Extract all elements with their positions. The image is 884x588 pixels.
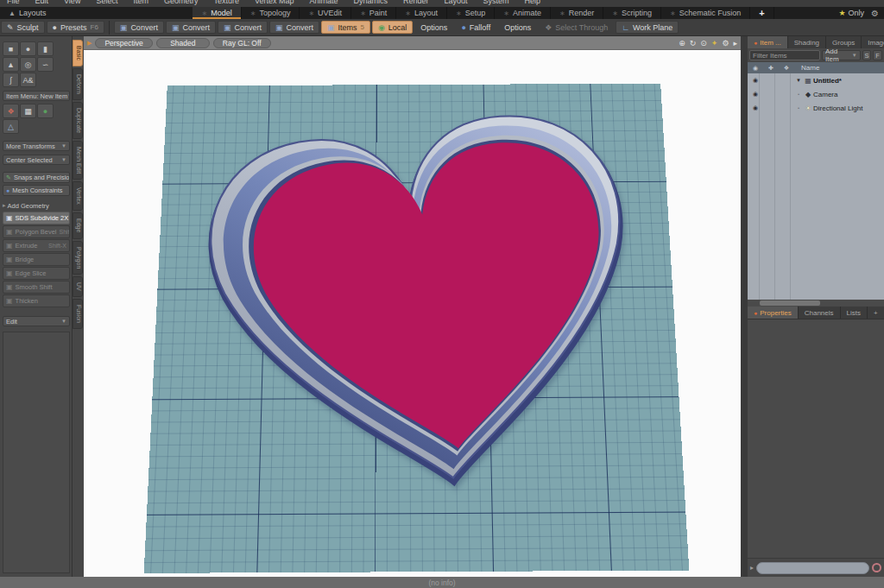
tool-polygon-bevel[interactable]: ▣Polygon BevelShift-B xyxy=(3,225,70,238)
menu-view[interactable]: View xyxy=(64,0,80,6)
add-geometry-header[interactable]: ▸ Add Geometry xyxy=(3,201,70,210)
capsule-tool-button[interactable]: ∽ xyxy=(37,57,54,72)
menu-animate[interactable]: Animate xyxy=(309,0,338,6)
menu-help[interactable]: Help xyxy=(525,0,541,6)
convert-button-1[interactable]: ▣ Convert xyxy=(114,21,164,34)
sphere-tool-button[interactable]: ● xyxy=(20,41,36,56)
pie-menu-button[interactable] xyxy=(872,563,881,572)
cone-tool-button[interactable]: ▲ xyxy=(3,57,19,72)
shaded-button[interactable]: Shaded xyxy=(156,38,210,48)
eye-icon[interactable]: ◉ xyxy=(748,77,763,84)
text-tool-button[interactable]: A& xyxy=(20,73,36,87)
center-selected-dropdown[interactable]: Center Selected ▼ xyxy=(3,155,70,165)
presets-button[interactable]: ● Presets F6 xyxy=(47,21,104,34)
search-mode-button[interactable]: S xyxy=(862,50,872,60)
wire-cone-tool-button[interactable]: △ xyxy=(3,119,19,134)
item-tree[interactable]: ◉▼▦Untitled*◉•◆Camera◉•☀Directional Ligh… xyxy=(748,73,884,300)
items-mode-button[interactable]: ▣ Items 5 xyxy=(321,21,370,34)
item-row-directional-light[interactable]: ◉•☀Directional Light xyxy=(748,101,884,115)
layout-tab-setup[interactable]: ∗Setup xyxy=(447,7,495,19)
tool-extrude[interactable]: ▣ExtrudeShift-X xyxy=(3,239,70,252)
edit-dropdown[interactable]: Edit ▼ xyxy=(3,316,70,326)
torus-tool-button[interactable]: ◎ xyxy=(20,57,36,72)
menu-edit[interactable]: Edit xyxy=(35,0,49,6)
category-tab-polygon[interactable]: Polygon xyxy=(73,241,83,275)
pin-column-icon[interactable]: ✚ xyxy=(763,65,779,72)
category-tab-fusion[interactable]: Fusion xyxy=(73,299,83,329)
heart-cookie-cutter-model[interactable] xyxy=(186,97,669,515)
local-button[interactable]: ◉ Local xyxy=(372,21,413,34)
layout-tab-layout[interactable]: ∗Layout xyxy=(396,7,447,19)
layout-tab-model[interactable]: ∗Model xyxy=(193,7,241,19)
tab-images[interactable]: Images xyxy=(862,36,884,48)
menu-system[interactable]: System xyxy=(483,0,509,6)
tool-edge-slice[interactable]: ▣Edge Slice xyxy=(3,267,70,280)
rotate-icon[interactable]: ↻ xyxy=(690,39,697,47)
layouts-button[interactable]: ▲ Layouts xyxy=(0,7,54,19)
item-menu-dropdown[interactable]: Item Menu: New Item ▼ xyxy=(3,91,70,101)
menu-dynamics[interactable]: Dynamics xyxy=(354,0,388,6)
item-list-scrollbar[interactable] xyxy=(748,300,884,307)
category-tab-deform[interactable]: Deform xyxy=(73,68,83,100)
tab--[interactable]: + xyxy=(868,307,884,319)
tool-smooth-shift[interactable]: ▣Smooth Shift xyxy=(3,281,70,294)
menu-item[interactable]: Item xyxy=(133,0,148,6)
tool-thicken[interactable]: ▣Thicken xyxy=(3,294,70,307)
mesh-constraints-button[interactable]: ● Mesh Constraints xyxy=(3,185,70,196)
item-row-camera[interactable]: ◉•◆Camera xyxy=(748,87,884,101)
gizmo-tool-button[interactable]: ❖ xyxy=(3,104,19,118)
tag-column-icon[interactable]: ❖ xyxy=(779,65,794,72)
work-plane-button[interactable]: ∟ Work Plane xyxy=(616,21,679,34)
key-icon[interactable]: ✦ xyxy=(711,39,718,47)
menu-geometry[interactable]: Geometry xyxy=(164,0,199,6)
expand-icon[interactable]: ▸ xyxy=(733,39,737,47)
curve-tool-button[interactable]: ʃ xyxy=(3,73,19,87)
scrollbar-thumb[interactable] xyxy=(760,300,820,306)
category-tab-basic[interactable]: Basic xyxy=(73,40,83,66)
category-tab-edge[interactable]: Edge xyxy=(73,212,83,238)
command-input[interactable] xyxy=(756,562,869,574)
tab-lists[interactable]: Lists xyxy=(841,307,868,319)
eye-icon[interactable]: ◉ xyxy=(748,91,763,98)
layout-tab-scripting[interactable]: ∗Scripting xyxy=(603,7,661,19)
name-column-header[interactable]: Name xyxy=(801,64,819,72)
layout-tab-uvedit[interactable]: ∗UVEdit xyxy=(300,7,351,19)
filter-mode-button[interactable]: F xyxy=(873,50,882,60)
convert-button-4[interactable]: ▣ Convert xyxy=(269,21,319,34)
menu-layout[interactable]: Layout xyxy=(445,0,468,6)
gear-icon[interactable]: ⚙ xyxy=(722,39,729,47)
layout-tab-paint[interactable]: ∗Paint xyxy=(351,7,396,19)
category-tab-uv[interactable]: UV xyxy=(73,276,83,297)
visibility-column-icon[interactable]: ◉ xyxy=(748,65,763,72)
viewport-canvas[interactable] xyxy=(84,50,741,577)
menu-texture[interactable]: Texture xyxy=(213,0,239,6)
ray-gl-button[interactable]: Ray GL: Off xyxy=(213,38,271,48)
layout-tab-animate[interactable]: ∗Animate xyxy=(495,7,551,19)
tab-channels[interactable]: Channels xyxy=(799,307,841,319)
snaps-precision-button[interactable]: ✎ Snaps and Precision xyxy=(3,172,70,183)
lattice-tool-button[interactable]: ▦ xyxy=(20,104,36,118)
menu-vertex-map[interactable]: Vertex Map xyxy=(255,0,294,6)
layout-tab-schematic-fusion[interactable]: ∗Schematic Fusion xyxy=(661,7,750,19)
perspective-button[interactable]: Perspective xyxy=(95,38,152,48)
category-tab-vertex[interactable]: Vertex xyxy=(73,181,83,211)
tool-bridge[interactable]: ▣Bridge xyxy=(3,253,70,266)
category-tab-mesh-edit[interactable]: Mesh Edit xyxy=(73,141,83,180)
eye-icon[interactable]: ◉ xyxy=(748,104,763,111)
filter-items-input[interactable] xyxy=(749,50,820,60)
panel-divider[interactable] xyxy=(741,36,748,577)
options-button-1[interactable]: Options xyxy=(414,21,453,34)
more-transforms-dropdown[interactable]: More Transforms ▼ xyxy=(3,141,70,151)
zoom-icon[interactable]: ⊙ xyxy=(700,39,707,47)
layout-tab-render[interactable]: ∗Render xyxy=(551,7,603,19)
tab-shading[interactable]: Shading xyxy=(788,36,826,48)
menu-file[interactable]: File xyxy=(7,0,20,6)
category-tab-duplicate[interactable]: Duplicate xyxy=(73,102,83,139)
item-row-untitled-[interactable]: ◉▼▦Untitled* xyxy=(748,73,884,87)
add-layout-tab-button[interactable]: + xyxy=(750,7,774,19)
mesh-sculpt-tool-button[interactable]: ● xyxy=(37,104,54,118)
falloff-button[interactable]: ● Falloff xyxy=(455,21,496,34)
tab-groups[interactable]: Groups xyxy=(826,36,862,48)
select-through-button[interactable]: ❖ Select Through xyxy=(539,21,614,34)
tool-sds-subdivide-2x[interactable]: ▣SDS Subdivide 2X xyxy=(3,212,70,224)
